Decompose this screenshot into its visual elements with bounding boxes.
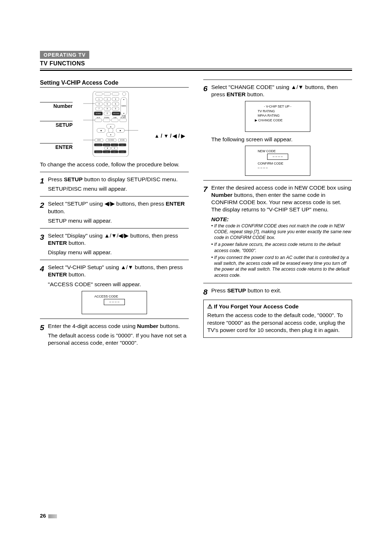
svg-text:6: 6 <box>115 103 116 105</box>
step-7: 7 Enter the desired access code in NEW C… <box>203 184 352 279</box>
step8-t2: button to exit. <box>246 287 281 293</box>
svg-text:STOP: STOP <box>121 145 124 146</box>
svg-text:1: 1 <box>98 98 99 100</box>
note-title: NOTE: <box>211 216 352 223</box>
step-text-part: SETUP <box>64 176 83 182</box>
rule <box>40 172 189 172</box>
svg-text:TRACKING: TRACKING <box>96 145 101 146</box>
rule-thick <box>40 70 352 71</box>
step-sub: SETUP/DISC menu will appear. <box>48 185 189 193</box>
note-item: If a power failure occurs, the access co… <box>211 242 352 254</box>
note-list: If the code in CONFIRM CODE does not mat… <box>211 223 352 278</box>
column-left: Setting V-CHIP Access Code Number SETUP … <box>40 80 189 348</box>
step-text-part: Press <box>48 176 64 182</box>
rule <box>203 283 352 283</box>
page-number-decoration <box>48 514 57 518</box>
page-number: 26 <box>40 513 57 519</box>
step-content: Press SETUP button to exit. <box>211 287 352 297</box>
forget-title-text: If You Forget Your Access Code <box>214 303 298 309</box>
warning-icon: ⚠ <box>207 303 212 309</box>
svg-text:5: 5 <box>107 103 108 105</box>
osd-item-mpaa-rating: MPAA RATING <box>248 113 308 118</box>
svg-text:SETUP: SETUP <box>97 117 100 118</box>
nav-arrows-label: ▲ / ▼ / ◀ / ▶ <box>154 133 185 139</box>
osd-access-code: ACCESS CODE – – – – <box>82 291 147 314</box>
svg-text:PAUSE: PAUSE <box>105 151 108 153</box>
svg-text:▼: ▼ <box>123 113 125 114</box>
rule <box>40 228 189 228</box>
label-number: Number <box>40 102 73 109</box>
svg-point-44 <box>108 128 113 133</box>
step5-t0: Enter the 4-digit access code using <box>48 323 137 329</box>
svg-rect-40 <box>120 119 127 122</box>
step-number: 5 <box>40 323 48 347</box>
step-text-part: ENTER <box>48 271 67 278</box>
svg-text:9: 9 <box>115 108 116 110</box>
step-content: Select "SETUP" using ◀/▶ buttons, then p… <box>48 200 189 224</box>
step-5: 5 Enter the 4-digit access code using Nu… <box>40 323 189 347</box>
step-number: 6 <box>203 84 211 98</box>
step-8: 8 Press SETUP button to exit. <box>203 287 352 297</box>
remote-diagram: Number SETUP ENTER 1 2 3 4 <box>40 91 189 157</box>
step-text-part: ENTER <box>166 200 185 207</box>
step-text-part: Select "Display" using ▲/▼/◀/▶ buttons, … <box>48 232 178 239</box>
svg-text:▲: ▲ <box>110 126 112 127</box>
svg-text:0: 0 <box>107 113 108 114</box>
svg-text:REW: REW <box>114 151 116 153</box>
step-4: 4Select "V-CHIP Setup" using ▲/▼ buttons… <box>40 264 189 288</box>
chapter-tag: OPERATING TV <box>40 51 89 59</box>
step-content: Select "CHANGE CODE" using ▲/▼ buttons, … <box>211 84 352 98</box>
step-number: 2 <box>40 200 48 224</box>
note-item: If the code in CONFIRM CODE does not mat… <box>211 223 352 241</box>
step-number: 8 <box>203 287 211 297</box>
svg-text:REC/RAND: REC/RAND <box>96 151 101 153</box>
remote-svg: 1 2 3 4 5 6 7 8 9 0 ▲ ▼ CHANNEL <box>82 91 147 157</box>
osd-access-field: – – – – <box>104 299 125 305</box>
step6-t2: button. <box>246 91 265 97</box>
svg-text:4: 4 <box>98 103 99 105</box>
step6-t1: ENTER <box>226 91 246 97</box>
osd-new-code: NEW CODE – – – – CONFIRM CODE – – – – <box>245 146 310 176</box>
svg-text:▼: ▼ <box>110 134 112 136</box>
svg-rect-1 <box>95 93 102 96</box>
note-item: If you connect the power cord to an AC o… <box>211 255 352 278</box>
svg-rect-3 <box>112 93 119 96</box>
svg-text:F.FWD: F.FWD <box>121 151 124 153</box>
svg-text:◀: ◀ <box>100 130 102 131</box>
osd-access-title: ACCESS CODE <box>84 294 144 299</box>
step-1: 1Press SETUP button to display SETUP/DIS… <box>40 176 189 193</box>
svg-text:3: 3 <box>115 98 116 100</box>
label-enter: ENTER <box>40 143 73 150</box>
step5-t2: buttons. <box>158 323 180 329</box>
osd-vchip-title: - V-CHIP SET UP - <box>248 104 308 109</box>
svg-rect-36 <box>103 119 110 122</box>
step-content: Select "Display" using ▲/▼/◀/▶ buttons, … <box>48 232 189 256</box>
step-text-part: button. <box>67 271 86 278</box>
step-2: 2Select "SETUP" using ◀/▶ buttons, then … <box>40 200 189 224</box>
svg-text:TOP MENU: TOP MENU <box>104 117 109 118</box>
label-setup: SETUP <box>40 121 73 128</box>
svg-text:7: 7 <box>98 108 99 110</box>
step-number: 7 <box>203 184 211 279</box>
svg-rect-34 <box>95 119 102 122</box>
svg-point-4 <box>122 92 126 96</box>
rule <box>40 196 189 197</box>
step-sub: SETUP menu will appear. <box>48 217 189 224</box>
step-sub: "ACCESS CODE" screen will appear. <box>48 281 189 288</box>
osd-confirm-label: CONFIRM CODE <box>248 161 308 166</box>
svg-rect-2 <box>104 93 111 96</box>
step-text-part: ENTER <box>48 240 67 246</box>
step-text-part: button. <box>48 208 65 214</box>
step-content: Enter the 4-digit access code using Numb… <box>48 323 189 347</box>
step8-t1: SETUP <box>227 287 246 293</box>
step7-t1: Number <box>211 192 233 198</box>
step5-sub: The default access code is "0000". If yo… <box>48 332 189 347</box>
forget-access-code-box: ⚠ If You Forget Your Access Code Return … <box>203 300 352 338</box>
rule <box>40 319 189 319</box>
step-text-part: button to display SETUP/DISC menu. <box>83 176 178 182</box>
forget-body: Return the access code to the default co… <box>207 312 348 333</box>
svg-text:▲: ▲ <box>123 98 125 100</box>
svg-text:8: 8 <box>107 108 108 110</box>
step7-t0: Enter the desired access code in NEW COD… <box>211 185 351 191</box>
sub-title: Setting V-CHIP Access Code <box>40 80 189 88</box>
